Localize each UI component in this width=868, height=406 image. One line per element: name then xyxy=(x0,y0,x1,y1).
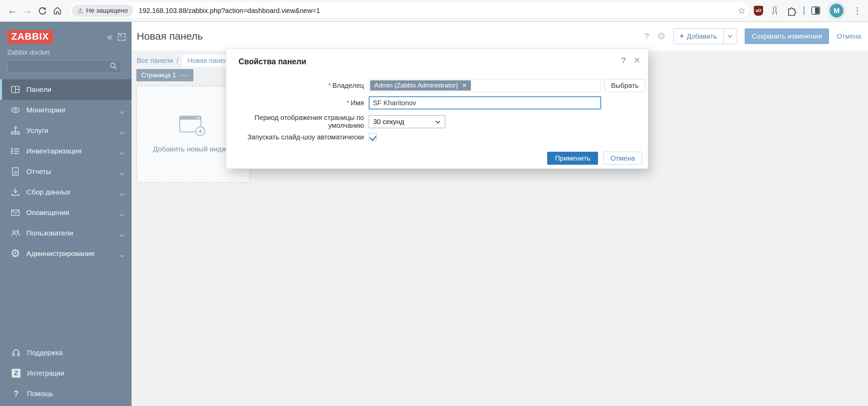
page-title: Новая панель xyxy=(137,30,203,42)
owner-chip-label: Admin (Zabbix Administrator) xyxy=(374,82,458,89)
bookmark-star-icon[interactable]: ☆ xyxy=(738,5,746,16)
sidebar-item-label: Администрирование xyxy=(26,249,95,258)
sidebar-item-data-collection[interactable]: Сбор данных xyxy=(0,182,132,202)
modal-title: Свойства панели xyxy=(239,57,306,66)
plus-icon: + xyxy=(680,32,684,41)
zabbix-logo[interactable]: ZABBIX xyxy=(7,30,53,44)
owner-multiselect[interactable]: Admin (Zabbix Administrator) ✕ xyxy=(369,79,601,92)
chevron-down-icon xyxy=(119,252,125,260)
browser-menu-icon[interactable]: ⋮ xyxy=(853,5,862,16)
sidebar-nav: Панели Мониторинг xyxy=(0,79,132,264)
required-mark: * xyxy=(347,99,349,107)
name-input[interactable] xyxy=(369,96,601,109)
ublock-icon[interactable]: uO xyxy=(754,6,763,16)
services-icon xyxy=(10,125,21,136)
chevron-down-icon xyxy=(119,149,125,157)
sidebar-item-integrations[interactable]: Z Интеграции xyxy=(0,363,132,383)
chevron-down-icon xyxy=(119,231,125,239)
inventory-icon xyxy=(10,146,21,156)
search-icon xyxy=(109,62,118,71)
sidebar-collapse-icon[interactable]: « xyxy=(107,32,112,42)
breadcrumb: Все панели / Новая панель xyxy=(137,55,237,67)
header-gear-icon[interactable]: ⚙ xyxy=(657,31,666,41)
chevron-down-icon xyxy=(119,128,125,137)
ribbon-extension-icon[interactable] xyxy=(770,5,779,16)
integrations-z-icon: Z xyxy=(11,369,21,378)
select-chevron-icon xyxy=(435,118,441,126)
users-icon xyxy=(10,228,21,238)
url-text[interactable]: 192.168.103.88/zabbix.php?action=dashboa… xyxy=(139,7,738,15)
sidebar-item-services[interactable]: Услуги xyxy=(0,120,132,141)
sidebar-footer-label: Интеграции xyxy=(27,369,64,377)
add-button-label: Добавить xyxy=(687,32,717,40)
address-bar[interactable]: ⚠ Не защищено 192.168.103.88/zabbix.php?… xyxy=(70,3,749,18)
breadcrumb-separator: / xyxy=(176,57,178,65)
sidebar-item-users[interactable]: Пользователи xyxy=(0,223,132,243)
page-tab-label: Страница 1 xyxy=(141,71,176,79)
add-widget-split-button[interactable]: + Добавить xyxy=(673,28,737,44)
support-headset-icon xyxy=(11,348,21,357)
name-label: *Имя xyxy=(226,99,364,107)
sidebar-item-dashboards[interactable]: Панели xyxy=(0,79,132,100)
sidebar-item-label: Инвентаризация xyxy=(26,147,82,155)
server-name: Zabbix docker xyxy=(7,49,50,56)
owner-chip[interactable]: Admin (Zabbix Administrator) ✕ xyxy=(370,80,471,91)
panel-properties-modal: Свойства панели ? ✕ *Владелец Admin (Zab… xyxy=(226,49,648,169)
required-mark: * xyxy=(328,82,331,89)
sidebar-item-administration[interactable]: ⚙ Администрирование xyxy=(0,243,132,264)
period-select[interactable]: 30 секунд xyxy=(369,115,445,128)
extensions-puzzle-icon[interactable] xyxy=(786,5,797,16)
search-input[interactable] xyxy=(8,63,109,70)
slideshow-checkbox[interactable] xyxy=(369,133,377,141)
warning-icon: ⚠ xyxy=(77,6,83,15)
page-header: Новая панель ? ⚙ + Добавить Сохранить из… xyxy=(132,22,868,51)
sidebar-item-label: Отчеты xyxy=(26,167,51,176)
save-changes-button[interactable]: Сохранить изменения xyxy=(745,28,829,44)
dashboards-icon xyxy=(10,84,21,95)
slideshow-row: Запускать слайд-шоу автоматически xyxy=(226,133,648,141)
modal-close-icon[interactable]: ✕ xyxy=(634,56,640,65)
sidebar-search[interactable] xyxy=(7,60,121,73)
chip-remove-icon[interactable]: ✕ xyxy=(462,82,467,89)
sidebar-item-support[interactable]: Поддержка xyxy=(0,342,132,363)
sidebar-item-label: Услуги xyxy=(26,126,49,135)
forward-icon[interactable]: → xyxy=(20,3,35,18)
sidebar-item-reports[interactable]: Отчеты xyxy=(0,161,132,182)
help-question-icon: ? xyxy=(11,389,21,398)
breadcrumb-all-dashboards[interactable]: Все панели xyxy=(137,57,173,65)
administration-gear-icon: ⚙ xyxy=(10,248,21,259)
extensions-zone: uO M ⋮ xyxy=(754,4,863,17)
header-help-icon[interactable]: ? xyxy=(644,31,650,42)
add-button-caret[interactable] xyxy=(723,29,737,44)
sidebar-item-label: Сбор данных xyxy=(26,188,70,196)
sidebar-footer-label: Поддержка xyxy=(27,349,63,357)
security-badge[interactable]: ⚠ Не защищено xyxy=(72,4,133,17)
modal-help-icon[interactable]: ? xyxy=(621,56,626,65)
profile-avatar[interactable]: M xyxy=(830,4,843,17)
sidebar-item-label: Оповещения xyxy=(26,208,69,217)
header-cancel-link[interactable]: Отмена xyxy=(837,32,861,40)
chevron-down-icon xyxy=(119,190,125,198)
reports-icon xyxy=(10,166,21,177)
sidebar-footer-label: Помощь xyxy=(27,390,53,398)
modal-cancel-button[interactable]: Отмена xyxy=(603,152,642,165)
apply-button[interactable]: Применить xyxy=(547,152,598,165)
monitoring-icon xyxy=(10,105,21,115)
sidebar-item-monitoring[interactable]: Мониторинг xyxy=(0,100,132,120)
page-tab-menu-icon[interactable]: ••• xyxy=(180,72,189,78)
browser-toolbar: ← → ⚠ Не защищено 192.168.103.88/zabbix.… xyxy=(0,0,868,22)
home-icon[interactable] xyxy=(50,3,65,18)
reload-icon[interactable] xyxy=(35,3,50,18)
sidebar-pin-icon[interactable] xyxy=(118,33,125,41)
side-panel-icon[interactable] xyxy=(811,6,820,15)
period-select-value: 30 секунд xyxy=(373,118,404,126)
back-icon[interactable]: ← xyxy=(5,3,20,18)
owner-select-button[interactable]: Выбрать xyxy=(605,79,645,92)
sidebar-item-help[interactable]: ? Помощь xyxy=(0,383,132,404)
sidebar-item-alerts[interactable]: Оповещения xyxy=(0,202,132,223)
sidebar-item-label: Мониторинг xyxy=(26,106,66,114)
sidebar: ZABBIX « Zabbix docker xyxy=(0,22,132,406)
sidebar-item-inventory[interactable]: Инвентаризация xyxy=(0,141,132,161)
add-widget-icon xyxy=(179,116,208,139)
dashboard-page-tab[interactable]: Страница 1 ••• xyxy=(136,69,193,81)
